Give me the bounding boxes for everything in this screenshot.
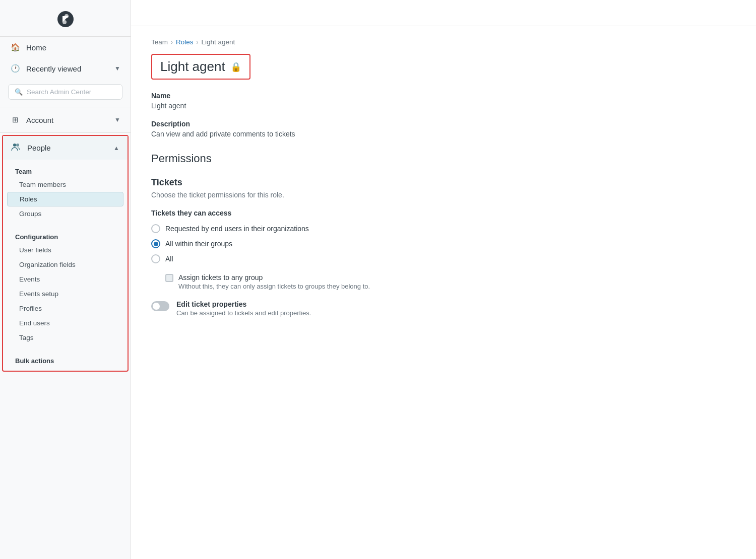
svg-point-0 <box>13 144 16 147</box>
sidebar-item-account-label: Account <box>26 116 53 124</box>
clock-icon: 🕐 <box>10 64 20 73</box>
name-field-group: Name Light agent <box>151 92 736 110</box>
description-field-group: Description Can view and add private com… <box>151 120 736 138</box>
assign-tickets-desc: Without this, they can only assign ticke… <box>178 283 370 290</box>
radio-item-within-groups[interactable]: All within their groups <box>151 239 736 248</box>
radio-circle-within-groups[interactable] <box>151 239 160 248</box>
radio-label-within-groups: All within their groups <box>165 240 232 248</box>
radio-circle-all[interactable] <box>151 254 160 263</box>
zendesk-logo-icon <box>55 9 76 29</box>
edit-ticket-desc: Can be assigned to tickets and edit prop… <box>176 309 311 317</box>
page-title: Light agent <box>160 59 225 75</box>
breadcrumb-sep-1: › <box>171 39 173 46</box>
top-bar <box>131 0 756 26</box>
search-input[interactable] <box>27 88 116 96</box>
sidebar-item-user-fields[interactable]: User fields <box>3 243 128 257</box>
sidebar: 🏠 Home 🕐 Recently viewed ▼ 🔍 ⊞ Account ▼… <box>0 0 131 559</box>
assign-tickets-checkbox[interactable] <box>165 274 173 282</box>
radio-label-all: All <box>165 255 173 263</box>
people-icon <box>11 142 21 154</box>
svg-point-1 <box>16 144 19 147</box>
radio-circle-requested[interactable] <box>151 224 160 233</box>
radio-label-requested: Requested by end users in their organiza… <box>165 225 309 233</box>
sidebar-item-team-members[interactable]: Team members <box>3 177 128 192</box>
logo <box>0 0 131 37</box>
sidebar-item-events[interactable]: Events <box>3 272 128 287</box>
search-container: 🔍 <box>0 79 131 105</box>
sidebar-item-roles[interactable]: Roles <box>7 192 123 206</box>
edit-ticket-label: Edit ticket properties <box>176 300 311 308</box>
chevron-down-icon: ▼ <box>114 65 120 72</box>
assign-tickets-label: Assign tickets to any group <box>178 273 370 282</box>
sidebar-item-events-setup[interactable]: Events setup <box>3 287 128 301</box>
sidebar-people-section: People ▲ Team Team members Roles Groups … <box>2 135 129 372</box>
team-subsection: Team Team members Roles Groups <box>3 160 128 225</box>
sidebar-item-home-label: Home <box>26 43 46 52</box>
chevron-up-icon: ▲ <box>113 145 119 152</box>
sidebar-item-end-users[interactable]: End users <box>3 316 128 330</box>
sidebar-item-profiles[interactable]: Profiles <box>3 301 128 316</box>
name-label: Name <box>151 92 736 100</box>
tickets-access-radio-group: Requested by end users in their organiza… <box>151 224 736 263</box>
divider-2 <box>0 132 131 133</box>
description-label: Description <box>151 120 736 128</box>
tickets-access-label: Tickets they can access <box>151 209 736 217</box>
configuration-subsection: Configuration User fields Organization f… <box>3 225 128 349</box>
chevron-down-icon-account: ▼ <box>114 116 120 123</box>
breadcrumb-sep-2: › <box>197 39 199 46</box>
bulk-actions-section-title: Bulk actions <box>3 353 128 367</box>
assign-tickets-group: Assign tickets to any group Without this… <box>165 273 736 290</box>
breadcrumb-light-agent: Light agent <box>202 38 235 46</box>
breadcrumb: Team › Roles › Light agent <box>151 38 736 46</box>
sidebar-item-groups[interactable]: Groups <box>3 206 128 221</box>
radio-item-requested[interactable]: Requested by end users in their organiza… <box>151 224 736 233</box>
building-icon: ⊞ <box>10 115 20 124</box>
name-value: Light agent <box>151 102 736 110</box>
home-icon: 🏠 <box>10 43 20 52</box>
breadcrumb-team: Team <box>151 38 168 46</box>
radio-item-all[interactable]: All <box>151 254 736 263</box>
team-section-title: Team <box>3 164 128 177</box>
edit-ticket-toggle[interactable] <box>151 301 169 311</box>
main-content: Team › Roles › Light agent Light agent 🔒… <box>131 0 756 559</box>
divider-1 <box>0 107 131 107</box>
sidebar-item-account[interactable]: ⊞ Account ▼ <box>0 109 131 130</box>
assign-tickets-text: Assign tickets to any group Without this… <box>178 273 370 290</box>
page-title-box: Light agent 🔒 <box>151 54 250 80</box>
edit-ticket-toggle-group: Edit ticket properties Can be assigned t… <box>151 300 736 317</box>
tickets-desc: Choose the ticket permissions for this r… <box>151 191 736 199</box>
sidebar-item-organization-fields[interactable]: Organization fields <box>3 257 128 272</box>
search-icon: 🔍 <box>15 88 23 96</box>
search-box[interactable]: 🔍 <box>8 84 122 100</box>
sidebar-item-people-label: People <box>27 144 51 152</box>
sidebar-item-recently-viewed[interactable]: 🕐 Recently viewed ▼ <box>0 58 131 79</box>
bulk-actions-subsection: Bulk actions <box>3 349 128 371</box>
tickets-heading: Tickets <box>151 177 736 188</box>
content-area: Team › Roles › Light agent Light agent 🔒… <box>131 26 756 559</box>
sidebar-item-tags[interactable]: Tags <box>3 330 128 345</box>
edit-ticket-text: Edit ticket properties Can be assigned t… <box>176 300 311 317</box>
breadcrumb-roles[interactable]: Roles <box>176 38 194 46</box>
sidebar-item-recently-viewed-label: Recently viewed <box>26 64 81 73</box>
permissions-heading: Permissions <box>151 152 736 165</box>
sidebar-item-home[interactable]: 🏠 Home <box>0 37 131 58</box>
description-value: Can view and add private comments to tic… <box>151 130 736 138</box>
assign-tickets-checkbox-item[interactable]: Assign tickets to any group Without this… <box>165 273 736 290</box>
configuration-section-title: Configuration <box>3 229 128 243</box>
lock-icon: 🔒 <box>230 61 241 73</box>
sidebar-item-people[interactable]: People ▲ <box>3 136 128 160</box>
